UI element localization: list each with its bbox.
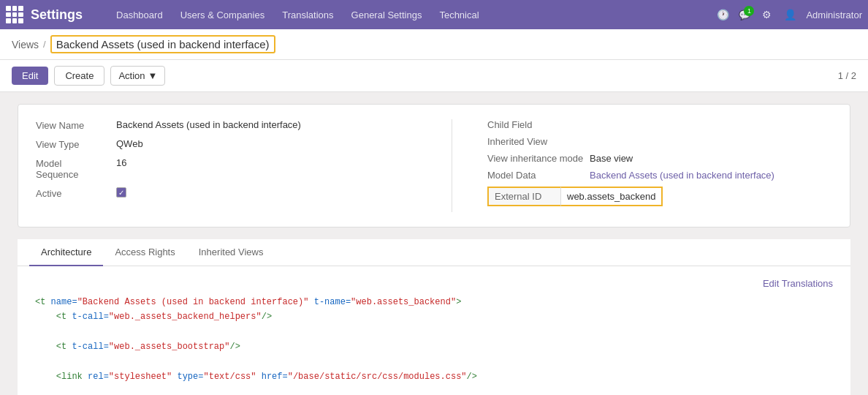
code-block: <t name="Backend Assets (used in backend…: [35, 295, 833, 384]
model-data-label: Model Data: [487, 170, 590, 181]
action-chevron-icon: ▼: [148, 70, 158, 81]
external-id-label: External ID: [487, 187, 560, 206]
chat-badge: 1: [744, 6, 754, 16]
form-right: Child Field Inherited View View inherita…: [470, 119, 774, 212]
model-data-row: Model Data Backend Assets (used in backe…: [487, 170, 774, 181]
tab-access-rights[interactable]: Access Rights: [103, 239, 186, 266]
edit-translations-button[interactable]: Edit Translations: [35, 278, 833, 289]
menu-dashboard[interactable]: Dashboard: [109, 7, 170, 23]
menu-technical[interactable]: Technical: [432, 7, 486, 23]
breadcrumb-sep: /: [43, 39, 46, 50]
topnav-right: 🕐 💬 1 ⚙ 👤 Administrator: [715, 7, 862, 22]
view-name-row: View Name Backend Assets (used in backen…: [36, 119, 434, 131]
action-label: Action: [118, 70, 145, 81]
form-divider: [452, 119, 452, 212]
chat-icon[interactable]: 💬 1: [739, 10, 750, 20]
inherited-view-label: Inherited View: [487, 136, 590, 147]
code-line-1: <t name="Backend Assets (used in backend…: [35, 295, 833, 309]
tab-architecture[interactable]: Architecture: [29, 239, 103, 266]
inherited-view-row: Inherited View: [487, 136, 774, 147]
model-sequence-label: ModelSequence: [36, 157, 116, 180]
breadcrumb: Views / Backend Assets (used in backend …: [0, 29, 868, 60]
view-inheritance-row: View inheritance mode Base view: [487, 153, 774, 164]
app-title: Settings: [31, 7, 83, 23]
form-card: View Name Backend Assets (used in backen…: [18, 104, 850, 227]
sequence-value: 16: [116, 157, 126, 168]
admin-label[interactable]: Administrator: [806, 10, 862, 20]
view-inheritance-label: View inheritance mode: [487, 153, 590, 164]
active-label: Active: [36, 187, 116, 199]
model-data-value[interactable]: Backend Assets (used in backend interfac…: [590, 170, 774, 181]
edit-button[interactable]: Edit: [12, 67, 48, 85]
top-navigation: Settings Dashboard Users & Companies Tra…: [0, 0, 868, 29]
view-type-value: QWeb: [116, 138, 143, 149]
active-checkbox[interactable]: [116, 187, 126, 198]
active-row: Active: [36, 187, 434, 199]
grid-icon: [6, 6, 23, 23]
settings-icon[interactable]: ⚙: [759, 7, 774, 22]
code-line-4: <t t-call="web._assets_bootstrap"/>: [35, 339, 833, 354]
code-line-2: <t t-call="web._assets_backend_helpers"/…: [35, 309, 833, 324]
app-logo[interactable]: Settings: [6, 6, 100, 23]
breadcrumb-parent[interactable]: Views: [12, 39, 39, 50]
form-grid: View Name Backend Assets (used in backen…: [36, 119, 832, 212]
child-field-label: Child Field: [487, 119, 590, 130]
view-type-label: View Type: [36, 138, 116, 150]
external-id-value: web.assets_backend: [560, 187, 663, 206]
code-line-3: [35, 325, 833, 339]
menu-translations[interactable]: Translations: [275, 7, 340, 23]
main-content: View Name Backend Assets (used in backen…: [0, 92, 868, 395]
form-left: View Name Backend Assets (used in backen…: [36, 119, 434, 212]
page-count: 1 / 2: [838, 70, 856, 81]
create-button[interactable]: Create: [54, 66, 104, 86]
model-sequence-row: ModelSequence 16: [36, 157, 434, 180]
menu-general-settings[interactable]: General Settings: [344, 7, 430, 23]
view-name-label: View Name: [36, 119, 116, 131]
view-inheritance-value: Base view: [590, 153, 633, 164]
code-area: Edit Translations <t name="Backend Asset…: [18, 266, 850, 395]
view-type-row: View Type QWeb: [36, 138, 434, 150]
main-menu: Dashboard Users & Companies Translations…: [109, 7, 715, 23]
view-name-value: Backend Assets (used in backend interfac…: [116, 119, 301, 130]
menu-users-companies[interactable]: Users & Companies: [173, 7, 273, 23]
breadcrumb-current: Backend Assets (used in backend interfac…: [50, 35, 275, 53]
code-line-6: <link rel="stylesheet" type="text/css" h…: [35, 369, 833, 384]
child-field-row: Child Field: [487, 119, 774, 130]
tab-inherited-views[interactable]: Inherited Views: [187, 239, 275, 266]
code-line-5: [35, 355, 833, 369]
user-icon[interactable]: 👤: [783, 7, 797, 22]
action-button[interactable]: Action ▼: [110, 66, 165, 86]
external-id-row: External ID web.assets_backend: [487, 187, 774, 206]
right-section: Child Field Inherited View View inherita…: [434, 119, 832, 212]
tabs-bar: Architecture Access Rights Inherited Vie…: [18, 239, 850, 266]
clock-icon[interactable]: 🕐: [715, 7, 730, 22]
toolbar: Edit Create Action ▼ 1 / 2: [0, 60, 868, 92]
